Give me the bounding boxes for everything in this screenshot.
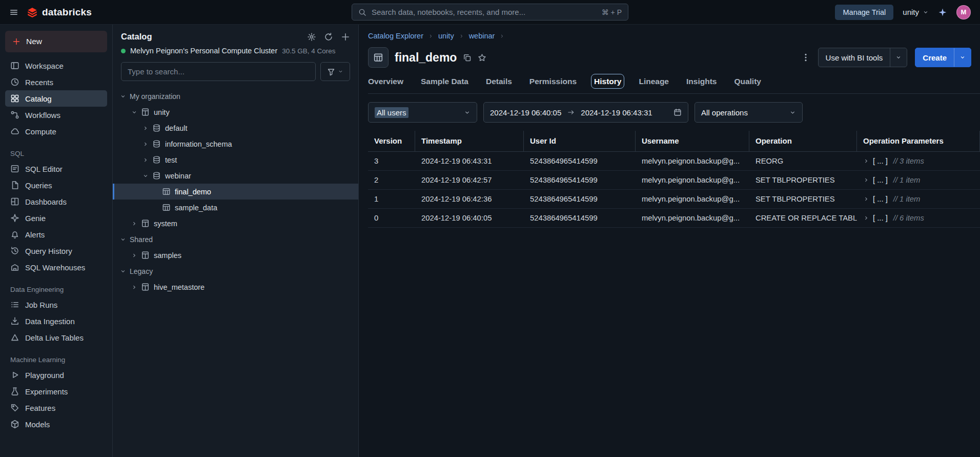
tree-node-sample-data[interactable]: sample_data [113,200,358,215]
sidebar-item-features[interactable]: Features [5,400,107,416]
sidebar-item-catalog[interactable]: Catalog [5,90,107,107]
catalog-search-input[interactable] [121,62,316,81]
expand-parameters-icon[interactable] [863,215,869,221]
history-row[interactable]: 0 2024-12-19 06:40:05 5243864965414599 m… [368,209,980,228]
column-header-username[interactable]: Username [636,131,749,151]
cell-operation-parameters[interactable]: [ ... ] // 6 items [857,209,980,227]
chevron-right-icon[interactable] [131,252,137,259]
chevron-right-icon[interactable] [142,125,149,131]
cluster-selector[interactable]: Melvyn Peignon's Personal Compute Cluste… [113,45,358,60]
sidebar-item-alerts[interactable]: Alerts [5,226,107,243]
sidebar-item-recents[interactable]: Recents [5,74,107,90]
manage-trial-button[interactable]: Manage Trial [835,5,893,20]
global-search[interactable]: ⌘ + P [352,4,628,21]
add-catalog-icon[interactable] [341,32,350,42]
sidebar-item-experiments[interactable]: Experiments [5,383,107,400]
sidebar-item-data-ingestion[interactable]: Data Ingestion [5,313,107,329]
chevron-down-icon[interactable] [120,268,126,274]
users-filter-select[interactable]: All users [368,102,477,123]
tree-node-legacy[interactable]: Legacy [113,263,358,279]
chevron-down-icon[interactable] [142,173,149,179]
expand-parameters-icon[interactable] [863,158,869,164]
new-button[interactable]: New [5,31,107,52]
sidebar-item-workspace[interactable]: Workspace [5,57,107,74]
cell-operation-parameters[interactable]: [ ... ] // 3 items [857,152,980,170]
column-header-timestamp[interactable]: Timestamp [415,131,524,151]
tab-insights[interactable]: Insights [686,77,717,93]
sidebar-item-dashboards[interactable]: Dashboards [5,193,107,210]
sidebar-toggle-icon[interactable] [9,8,18,17]
tab-bar: Overview Sample Data Details Permissions… [368,77,980,94]
sidebar-item-query-history[interactable]: Query History [5,243,107,259]
tree-node-my-organization[interactable]: My organization [113,88,358,104]
cell-operation-parameters[interactable]: [ ... ] // 1 item [857,190,980,208]
sidebar-item-playground[interactable]: Playground [5,367,107,383]
column-header-user-id[interactable]: User Id [524,131,636,151]
chevron-right-icon[interactable] [142,141,149,147]
tree-node-test[interactable]: test [113,152,358,168]
user-avatar[interactable]: M [956,5,971,19]
tree-node-samples[interactable]: samples [113,247,358,263]
tree-node-webinar[interactable]: webinar [113,168,358,184]
date-range-filter[interactable]: 2024-12-19 06:40:05 2024-12-19 06:43:31 [483,102,688,123]
sidebar-item-job-runs[interactable]: Job Runs [5,296,107,313]
use-bi-tools-dropdown[interactable] [890,48,907,67]
breadcrumb-webinar[interactable]: webinar [469,32,495,40]
workspace-switcher[interactable]: unity [903,8,929,16]
calendar-icon[interactable] [673,108,682,116]
refresh-icon[interactable] [324,32,333,42]
operations-filter-select[interactable]: All operations [695,102,803,123]
tree-node-final-demo[interactable]: final_demo [113,184,358,200]
tree-node-shared[interactable]: Shared [113,231,358,247]
favorite-star-icon[interactable] [478,53,486,62]
catalog-filter-button[interactable] [320,62,350,81]
breadcrumb-catalog-explorer[interactable]: Catalog Explorer [368,32,423,40]
tree-node-information-schema[interactable]: information_schema [113,136,358,152]
chevron-down-icon[interactable] [120,236,126,243]
tab-sample-data[interactable]: Sample Data [421,77,468,93]
use-bi-tools-button[interactable]: Use with BI tools [818,48,908,67]
sidebar-item-compute[interactable]: Compute [5,123,107,140]
assistant-sparkle-icon[interactable] [938,8,947,17]
breadcrumb-unity[interactable]: unity [438,32,454,40]
cell-operation-parameters[interactable]: [ ... ] // 1 item [857,171,980,189]
chevron-right-icon[interactable] [131,221,137,227]
tree-node-default[interactable]: default [113,120,358,136]
column-header-version[interactable]: Version [368,131,415,151]
sidebar-item-workflows[interactable]: Workflows [5,107,107,123]
tab-quality[interactable]: Quality [734,77,761,93]
tab-details[interactable]: Details [486,77,512,93]
gear-icon[interactable] [307,32,316,42]
sidebar-item-sql-editor[interactable]: SQL Editor [5,161,107,177]
tab-lineage[interactable]: Lineage [639,77,669,93]
chevron-right-icon[interactable] [142,157,149,163]
column-header-operation-parameters[interactable]: Operation Parameters [857,131,980,151]
history-row[interactable]: 1 2024-12-19 06:42:36 5243864965414599 m… [368,190,980,209]
expand-parameters-icon[interactable] [863,196,869,202]
chevron-down-icon[interactable] [120,93,126,100]
tree-node-system[interactable]: system [113,215,358,231]
more-actions-icon[interactable] [801,53,810,62]
tab-overview[interactable]: Overview [368,77,403,93]
global-search-input[interactable] [372,8,597,16]
sidebar-item-sql-warehouses[interactable]: SQL Warehouses [5,259,107,275]
sidebar-item-queries[interactable]: Queries [5,177,107,193]
chevron-down-icon[interactable] [131,109,137,115]
expand-parameters-icon[interactable] [863,177,869,183]
create-button[interactable]: Create [915,48,971,67]
column-header-operation[interactable]: Operation [749,131,857,151]
sidebar-item-models[interactable]: Models [5,416,107,432]
tree-node-unity[interactable]: unity [113,104,358,120]
databricks-brand[interactable]: databricks [27,7,92,18]
history-row[interactable]: 2 2024-12-19 06:42:57 5243864965414599 m… [368,171,980,190]
tab-permissions[interactable]: Permissions [529,77,577,93]
sidebar-item-genie[interactable]: Genie [5,210,107,226]
history-row[interactable]: 3 2024-12-19 06:43:31 5243864965414599 m… [368,152,980,171]
sidebar-item-delta-live-tables[interactable]: Delta Live Tables [5,329,107,346]
copy-name-icon[interactable] [463,53,472,62]
tree-node-hive-metastore[interactable]: hive_metastore [113,279,358,295]
create-button-label: Create [915,48,954,67]
create-dropdown[interactable] [954,48,971,67]
tab-history[interactable]: History [594,77,621,93]
chevron-right-icon[interactable] [131,284,137,290]
